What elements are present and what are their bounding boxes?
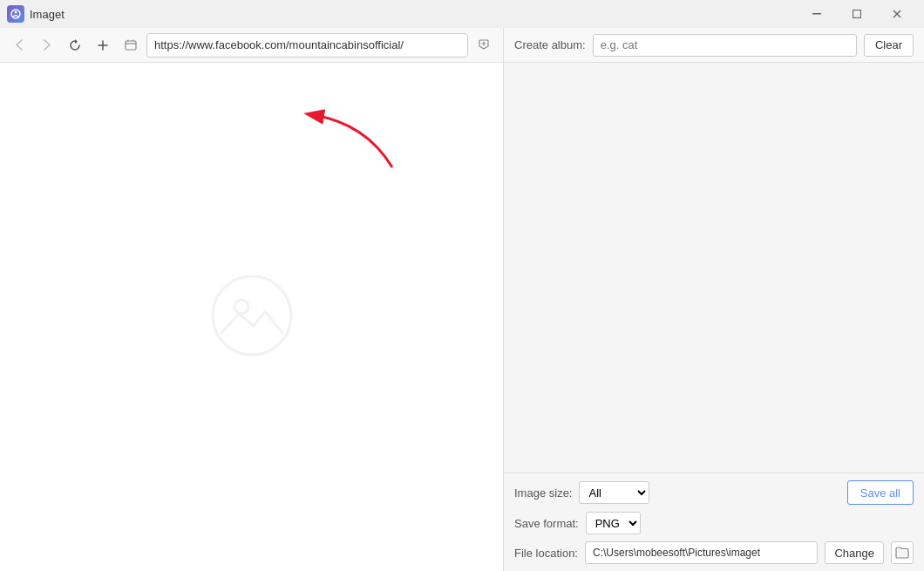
close-button[interactable] (877, 0, 917, 28)
new-tab-button[interactable] (91, 33, 115, 58)
create-album-label: Create album: (514, 38, 586, 51)
change-button[interactable]: Change (825, 541, 884, 564)
save-format-label: Save format: (514, 517, 579, 530)
album-input[interactable] (593, 34, 857, 57)
title-bar: Imaget (0, 0, 924, 28)
svg-rect-3 (853, 10, 861, 18)
app-title: Imaget (30, 8, 65, 21)
maximize-button[interactable] (837, 0, 877, 28)
right-panel-body (504, 63, 924, 472)
file-location-input[interactable] (585, 541, 818, 564)
clear-button[interactable]: Clear (864, 34, 914, 57)
browser-panel (0, 63, 504, 571)
back-button[interactable] (7, 33, 31, 58)
top-area: Create album: Clear (0, 28, 924, 63)
file-location-label: File location: (514, 547, 578, 560)
title-bar-left: Imaget (7, 5, 65, 23)
main-content: Image size: All Large Medium Small Save … (0, 63, 924, 571)
bottom-controls: Image size: All Large Medium Small Save … (504, 472, 924, 571)
title-bar-controls (797, 0, 917, 28)
svg-point-1 (15, 11, 17, 14)
svg-point-11 (234, 300, 248, 314)
save-format-select[interactable]: PNG JPG BMP (586, 512, 641, 534)
app-icon (7, 5, 24, 23)
address-bar-icon (119, 33, 143, 58)
right-panel: Image size: All Large Medium Small Save … (504, 63, 924, 571)
image-size-row: Image size: All Large Medium Small Save … (514, 480, 914, 505)
file-location-row: File location: Change (514, 541, 914, 564)
save-all-button[interactable]: Save all (847, 480, 914, 505)
minimize-button[interactable] (797, 0, 837, 28)
svg-point-10 (213, 276, 291, 355)
address-input[interactable] (146, 33, 468, 58)
empty-state-icon (208, 272, 296, 362)
right-header-section: Create album: Clear (504, 28, 924, 62)
forward-button[interactable] (35, 33, 59, 58)
image-size-select[interactable]: All Large Medium Small (579, 481, 649, 504)
bookmark-button[interactable] (472, 33, 496, 58)
svg-rect-2 (812, 13, 821, 15)
svg-rect-8 (126, 41, 136, 50)
image-size-label: Image size: (514, 486, 572, 500)
save-format-row: Save format: PNG JPG BMP (514, 512, 914, 534)
arrow-annotation (288, 106, 410, 176)
reload-button[interactable] (63, 33, 87, 58)
nav-section (0, 28, 504, 62)
folder-button[interactable] (891, 541, 914, 564)
